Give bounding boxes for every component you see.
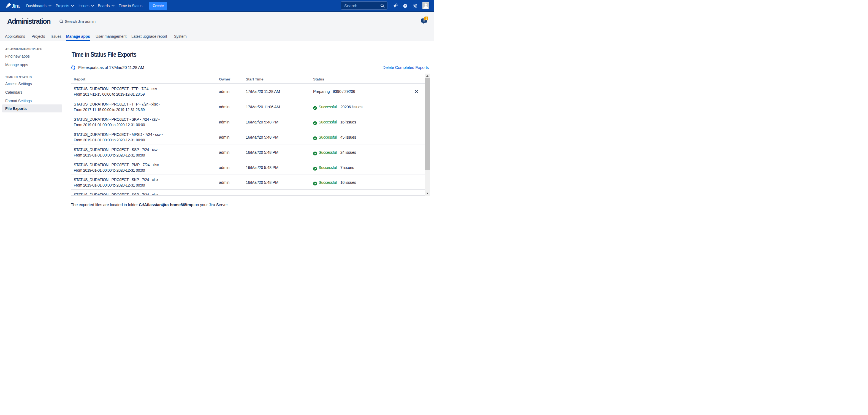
- svg-text:?: ?: [404, 4, 406, 7]
- svg-text:1: 1: [426, 17, 427, 20]
